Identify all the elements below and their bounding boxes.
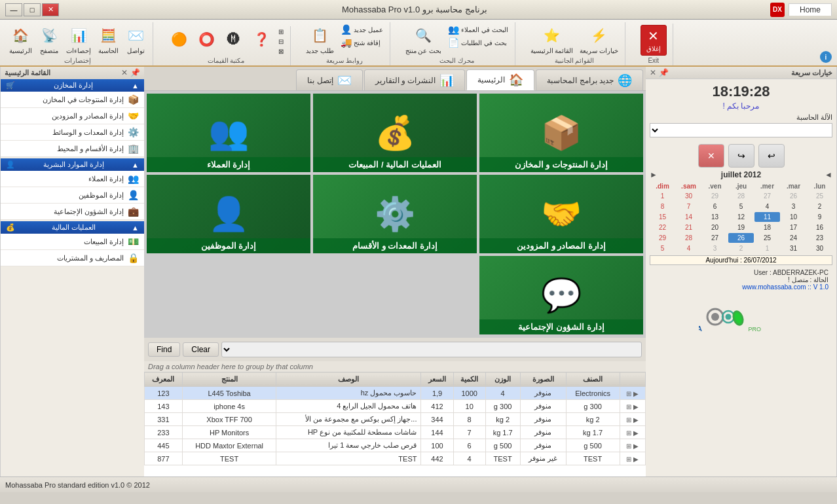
info-button[interactable]: i	[820, 51, 832, 63]
sidebar-pin-icon[interactable]: 📌	[659, 68, 669, 77]
website-link[interactable]: www.mohassaba.com :: V 1.0	[654, 283, 828, 291]
card-warehouse[interactable]: 📦 إدارة المنتوجات و المخازن	[479, 94, 643, 172]
tab-contact[interactable]: ✉️ إتصل بنا	[296, 69, 362, 90]
cal-day[interactable]: 22	[650, 223, 675, 232]
rs-close-icon[interactable]: ✕	[121, 68, 128, 77]
minimize-button[interactable]: —	[5, 3, 22, 16]
cal-day[interactable]: 12	[728, 212, 754, 222]
col-image[interactable]: الصورة	[520, 372, 566, 387]
cal-day[interactable]: 27	[754, 191, 780, 201]
cal-day[interactable]: 14	[676, 212, 701, 222]
calc-forward-button[interactable]: ↪	[728, 144, 754, 168]
cal-day[interactable]: 17	[781, 223, 806, 232]
new-client-button[interactable]: 👤 عميل جديد	[338, 24, 386, 35]
ribbon-contact-button[interactable]: ✉️ تواصل	[122, 24, 149, 56]
sidebar-close-icon[interactable]: ✕	[650, 68, 656, 77]
cal-day[interactable]: 29	[702, 191, 728, 201]
rs-section-header-hr[interactable]: ▲ إدارة الموارد البشرية 👤	[1, 158, 144, 171]
cal-day[interactable]: 27	[702, 233, 728, 243]
cal-day[interactable]: 15	[650, 212, 675, 222]
card-social[interactable]: 💬 إدارة الشؤون الإجتماعية	[479, 256, 643, 334]
cal-day[interactable]: 8	[650, 202, 675, 211]
rs-item-employees[interactable]: 👤 إدارة الموظفين	[1, 187, 144, 204]
col-category[interactable]: الصنف	[566, 372, 620, 387]
quick-options-button[interactable]: ⚡ خيارات سريعة	[577, 24, 621, 56]
ribbon-stats-button[interactable]: 📊 إحصاءات	[64, 24, 94, 56]
add-shipment-button[interactable]: 🚚 إقافة شتح	[338, 37, 386, 48]
cal-day[interactable]: 29	[650, 233, 675, 243]
table-row[interactable]: ▶ ⊞ 300 g منوفر 300 g 10 412 هاتف محمول …	[145, 400, 646, 413]
table-row[interactable]: ▶ ⊞ 500 g منوفر 500 g 6 100 قرص صلب خارج…	[145, 439, 646, 452]
ribbon-search-product-button[interactable]: 🔍 بحث عن منتج	[403, 24, 445, 56]
maximize-button[interactable]: □	[24, 3, 41, 16]
rs-pin-icon[interactable]: 📌	[130, 68, 140, 77]
ribbon-calc-button[interactable]: 🧮 الحاسبة	[95, 24, 121, 56]
rs-section-header-finance[interactable]: ▲ العمليات المالية 💰	[1, 221, 144, 234]
rs-item-equipment[interactable]: ⚙️ إدارة المعدات و الوسائط	[1, 124, 144, 141]
rs-item-suppliers[interactable]: 🤝 إدارة المصادر و المزودين	[1, 108, 144, 124]
cal-day[interactable]: 1	[754, 243, 780, 253]
cal-day[interactable]: 25	[807, 191, 832, 201]
rs-section-header-warehouse[interactable]: ▲ إدارة المخازن 🛒	[1, 79, 144, 92]
rs-item-sections[interactable]: 🏢 إدارة الأقسام و المحيط	[1, 141, 144, 157]
cal-day[interactable]: 13	[702, 212, 728, 222]
table-row[interactable]: ▶ ⊞ 2 kg منوفر 2 kg 8 344 ...جهاز إكس بو…	[145, 413, 646, 426]
table-row[interactable]: ▶ ⊞ TEST غير منوفر TEST 4 442 TEST TEST …	[145, 452, 646, 465]
cal-day-today[interactable]: 26	[728, 233, 754, 243]
card-employees[interactable]: 👤 إدارة الموظفين	[147, 175, 310, 253]
lib-btn-1[interactable]: 🟠	[166, 27, 192, 56]
card-finance[interactable]: 💰 العمليات المالية / المبيعات	[313, 94, 477, 172]
cal-day[interactable]: 3	[781, 202, 806, 211]
cal-day[interactable]: 4	[754, 202, 780, 211]
search-orders-button[interactable]: 📄 بحث في الطلبات	[445, 37, 511, 48]
cal-day[interactable]: 1	[650, 191, 675, 201]
home-tab[interactable]: Home	[789, 3, 832, 16]
cal-day[interactable]: 23	[807, 233, 832, 243]
close-button[interactable]: ✕	[42, 3, 59, 16]
calc-clear-button[interactable]: ✕	[698, 144, 724, 168]
cal-day[interactable]: 2	[807, 202, 832, 211]
main-menu-button[interactable]: ⭐ القائمة الرئيسية	[528, 24, 576, 56]
exit-button[interactable]: ✕ إغلاق	[641, 25, 667, 56]
rs-item-social[interactable]: 💼 إدارة الشؤون الإجتماعية	[1, 204, 144, 220]
lib-grid-btn-2[interactable]: ⊟	[276, 37, 286, 46]
cal-day[interactable]: 31	[781, 243, 806, 253]
card-clients[interactable]: 👥 إدارة العملاء	[147, 94, 310, 172]
rs-item-products[interactable]: 📦 إدارة المنتوجات في المخازن	[1, 92, 144, 108]
cal-day[interactable]: 16	[807, 223, 832, 232]
cal-day[interactable]: 2	[728, 243, 754, 253]
ribbon-new-order-button[interactable]: 📋 طلب جديد	[303, 24, 337, 56]
cal-day[interactable]: 18	[754, 223, 780, 232]
cal-day[interactable]: 24	[781, 233, 806, 243]
search-input[interactable]	[221, 342, 642, 357]
cal-day[interactable]: 10	[781, 212, 806, 222]
cal-next-button[interactable]: ►	[650, 170, 658, 179]
col-price[interactable]: السعر	[421, 372, 453, 387]
cal-day[interactable]: 21	[676, 223, 701, 232]
lib-btn-2[interactable]: ⭕	[193, 27, 219, 56]
clear-button[interactable]: Clear	[183, 342, 219, 357]
cal-day[interactable]: 9	[807, 212, 832, 222]
cal-day[interactable]: 25	[754, 233, 780, 243]
col-id[interactable]: المعرف	[145, 372, 183, 387]
cal-day[interactable]: 4	[676, 243, 701, 253]
tab-home[interactable]: 🏠 الرئيسية	[466, 69, 534, 90]
lib-grid-btn-3[interactable]: ⊠	[276, 47, 286, 56]
search-clients-button[interactable]: 👥 البحث في العملاء	[445, 24, 511, 35]
cal-day[interactable]: 26	[781, 191, 806, 201]
calc-display-select[interactable]	[650, 123, 832, 137]
cal-day[interactable]: 19	[728, 223, 754, 232]
cal-day[interactable]: 30	[676, 191, 701, 201]
card-equipment[interactable]: ⚙️ إدارة المعدات و الأقسام	[313, 175, 477, 253]
lib-grid-btn-1[interactable]: ⊞	[276, 27, 286, 36]
ribbon-home-button[interactable]: 🏠 الرئيسية	[7, 24, 35, 56]
col-weight[interactable]: الوزن	[485, 372, 520, 387]
col-product[interactable]: المنتج	[182, 372, 276, 387]
table-row[interactable]: ▶ ⊞ Electronics منوفر 4 1000 1,9 حاسوب م…	[145, 387, 646, 400]
col-qty[interactable]: الكمية	[453, 372, 485, 387]
lib-btn-3[interactable]: 🅜	[221, 27, 247, 56]
card-suppliers[interactable]: 🤝 إدارة المصادر و المزودين	[479, 175, 643, 253]
cal-day[interactable]: 5	[650, 243, 675, 253]
cal-day[interactable]: 28	[676, 233, 701, 243]
find-button[interactable]: Find	[148, 342, 180, 357]
